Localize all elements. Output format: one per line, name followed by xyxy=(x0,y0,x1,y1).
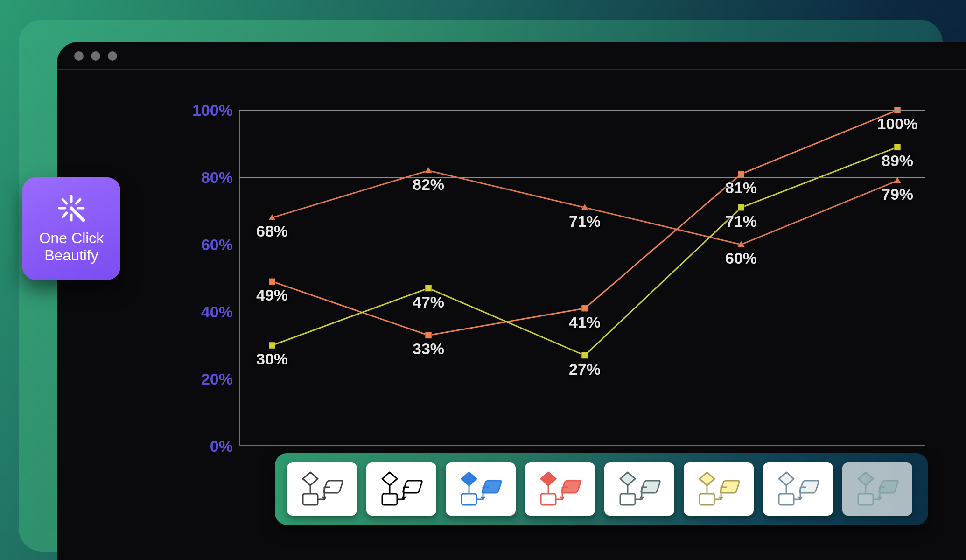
theme-option-mint[interactable] xyxy=(842,462,912,516)
data-label: 30% xyxy=(256,350,288,368)
magic-wand-icon xyxy=(56,193,86,223)
data-label: 89% xyxy=(882,152,913,170)
data-point xyxy=(738,204,744,211)
svg-marker-4 xyxy=(382,472,397,485)
svg-rect-26 xyxy=(779,494,794,505)
data-point xyxy=(894,144,901,150)
data-point xyxy=(581,305,588,312)
svg-marker-28 xyxy=(858,472,873,485)
gridline xyxy=(239,245,925,245)
data-point xyxy=(425,167,432,174)
theme-option-blue[interactable] xyxy=(446,462,516,516)
y-tick-label: 40% xyxy=(201,303,233,321)
data-label: 49% xyxy=(256,286,288,304)
theme-option-slate[interactable] xyxy=(604,462,674,516)
y-tick-label: 0% xyxy=(210,437,233,455)
beautify-label: One ClickBeautify xyxy=(39,230,104,264)
svg-rect-6 xyxy=(382,494,397,505)
data-label: 79% xyxy=(882,185,913,203)
one-click-beautify-button[interactable]: One ClickBeautify xyxy=(22,177,120,280)
line-chart: 0%20%40%60%80%100%68%82%71%60%79%49%33%4… xyxy=(239,110,925,446)
gridline xyxy=(239,110,925,111)
svg-marker-24 xyxy=(779,472,794,485)
flowchart-icon xyxy=(376,469,427,509)
gridline xyxy=(239,379,925,379)
svg-rect-22 xyxy=(700,494,714,505)
data-label: 68% xyxy=(256,222,288,240)
flowchart-icon xyxy=(614,469,665,509)
flowchart-icon xyxy=(852,469,903,509)
theme-option-outline-light[interactable] xyxy=(287,462,357,516)
data-point xyxy=(425,332,432,338)
svg-rect-18 xyxy=(620,494,635,505)
flowchart-icon xyxy=(455,469,506,509)
y-tick-label: 20% xyxy=(201,370,233,388)
window-control-close[interactable] xyxy=(74,51,84,61)
chart-svg xyxy=(239,110,925,446)
gridline xyxy=(239,312,925,312)
flowchart-icon xyxy=(772,469,824,509)
theme-selector xyxy=(275,453,928,525)
data-label: 71% xyxy=(725,212,757,231)
svg-marker-12 xyxy=(541,472,556,485)
svg-rect-30 xyxy=(858,494,873,505)
data-point xyxy=(425,285,432,292)
window-titlebar xyxy=(57,42,966,70)
y-tick-label: 100% xyxy=(192,101,233,119)
window-control-minimize[interactable] xyxy=(91,51,100,61)
data-label: 33% xyxy=(413,340,444,358)
flowchart-icon xyxy=(693,469,744,509)
app-window: 0%20%40%60%80%100%68%82%71%60%79%49%33%4… xyxy=(57,42,966,560)
data-label: 82% xyxy=(413,175,444,194)
theme-option-red[interactable] xyxy=(525,462,595,516)
theme-option-yellow[interactable] xyxy=(684,462,754,516)
gridline xyxy=(239,177,925,178)
svg-line-36 xyxy=(63,199,67,203)
data-label: 60% xyxy=(725,249,757,267)
data-label: 100% xyxy=(877,115,918,133)
y-tick-label: 60% xyxy=(201,236,233,254)
data-label: 41% xyxy=(569,313,601,331)
svg-marker-16 xyxy=(620,472,635,485)
svg-line-40 xyxy=(71,208,84,220)
data-label: 71% xyxy=(569,212,601,231)
svg-marker-8 xyxy=(462,472,476,485)
flowchart-icon xyxy=(296,469,348,509)
svg-line-38 xyxy=(76,199,80,203)
theme-option-grey[interactable] xyxy=(763,462,833,516)
svg-line-39 xyxy=(63,213,67,217)
data-label: 47% xyxy=(413,293,444,311)
svg-rect-10 xyxy=(462,494,476,505)
data-point xyxy=(894,177,901,183)
svg-marker-20 xyxy=(700,472,714,485)
data-point xyxy=(269,342,275,349)
flowchart-icon xyxy=(534,469,586,509)
svg-rect-14 xyxy=(541,494,556,505)
data-point xyxy=(738,171,744,177)
svg-rect-2 xyxy=(303,494,318,505)
data-label: 27% xyxy=(569,360,601,378)
y-tick-label: 80% xyxy=(201,168,233,187)
data-label: 81% xyxy=(725,179,757,197)
svg-marker-0 xyxy=(303,472,318,485)
window-control-zoom[interactable] xyxy=(108,51,117,61)
theme-option-outline-bold[interactable] xyxy=(366,462,436,516)
data-point xyxy=(581,352,588,359)
data-point xyxy=(269,278,275,285)
